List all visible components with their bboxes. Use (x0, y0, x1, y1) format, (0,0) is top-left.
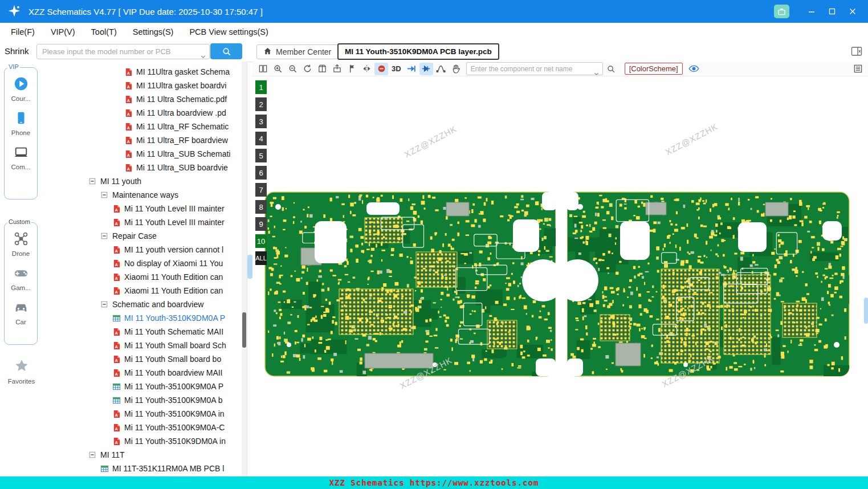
layer-button-1[interactable]: 1 (255, 80, 267, 94)
tree-item[interactable]: AMi 11 Ultra_RF Schematic (43, 120, 247, 133)
tree-item[interactable]: AMi 11 Youth-35100K9M0A in (43, 407, 247, 421)
layer-button-2[interactable]: 2 (255, 97, 267, 111)
layer-button-10[interactable]: 10 (255, 234, 267, 248)
net-highlight-button[interactable] (419, 63, 433, 75)
tree-item[interactable]: Schematic and boardview (43, 298, 247, 311)
license-button[interactable] (774, 5, 789, 18)
panel-splitter-handle[interactable] (247, 255, 252, 279)
pcb-board[interactable] (567, 192, 868, 381)
collapse-icon[interactable] (100, 300, 109, 309)
tree-item[interactable]: AMi 11 Youth boardview MAII (43, 366, 247, 380)
shrink-button[interactable]: Shrink (5, 46, 29, 56)
tree-item[interactable]: AMI 11Ultra gasket boardvi (43, 79, 247, 92)
menu-item-3[interactable]: Tool(T) (83, 23, 125, 42)
menu-item-5[interactable]: PCB View settings(S) (181, 23, 276, 42)
search-button[interactable] (210, 43, 242, 59)
net-search-icon[interactable] (606, 64, 616, 74)
flip-horizontal-button[interactable] (360, 63, 373, 75)
tree-item[interactable]: AMi 11 Youth Level III mainter (43, 202, 247, 215)
collapse-icon[interactable] (88, 177, 97, 186)
color-scheme-button[interactable]: [ColorScheme] (625, 63, 683, 75)
minimize-button[interactable] (803, 3, 820, 20)
zoom-out-button[interactable] (286, 63, 299, 75)
tree-item[interactable]: AMi 11 Youth-35100K9M0A-C (43, 421, 247, 434)
tree-item-label: No display of Xiaomi 11 You (124, 259, 223, 268)
tree-item[interactable]: ANo display of Xiaomi 11 You (43, 256, 247, 270)
layer-button-all[interactable]: ALL (255, 251, 267, 265)
sidebar-item-drone[interactable]: Drone (5, 231, 37, 257)
sidebar-item-gamepad[interactable]: Gam... (5, 266, 37, 291)
maximize-button[interactable] (824, 3, 841, 20)
collapse-icon[interactable] (100, 231, 109, 241)
3d-button[interactable]: 3D (389, 63, 404, 75)
member-center-button[interactable]: Member Center (256, 44, 338, 59)
tree-item[interactable]: AMi 11 Ultra_RF boardview (43, 133, 247, 147)
tree-item-label: Mi 11 Ultra_RF boardview (136, 136, 228, 145)
collapse-icon[interactable] (88, 450, 97, 459)
tree-item[interactable]: AMi 11 Ultra boardview .pd (43, 106, 247, 120)
pan-hand-button[interactable] (449, 63, 463, 75)
tree-item[interactable]: Maintenance ways (43, 188, 247, 202)
tree-item[interactable]: MI 11T-351K11RM0A MB PCB l (43, 462, 247, 475)
tree-item[interactable]: Repair Case (43, 229, 247, 243)
probe-button[interactable] (345, 63, 358, 75)
sidebar-item-car[interactable]: Car (5, 300, 37, 325)
net-search-input[interactable] (470, 63, 589, 74)
pcb-canvas[interactable]: XZZ@XZZHKXZZ@XZZHKXZZ@XZZHKXZZ@XZZHK (252, 77, 868, 476)
tree-scrollbar[interactable] (242, 62, 247, 476)
tree-item[interactable]: AMI 11 youth version cannot l (43, 243, 247, 256)
tree-item[interactable]: AMi 11 Youth Level III mainter (43, 215, 247, 229)
layer-button-3[interactable]: 3 (255, 115, 267, 128)
tree-item[interactable]: AMi 11 Youth Small board bo (43, 352, 247, 366)
menu-item-4[interactable]: Settings(S) (125, 23, 182, 42)
svg-text:A: A (115, 221, 118, 225)
pdf-file-icon: A (124, 67, 133, 76)
app-logo-icon (7, 4, 22, 19)
jump-arrow-button[interactable] (405, 63, 418, 75)
tree-item[interactable]: Mi 11 Youth-35100K9M0A P (43, 380, 247, 393)
chevron-down-icon[interactable] (594, 67, 599, 78)
tree-item[interactable]: AXiaomi 11 Youth Edition can (43, 284, 247, 298)
tree-item[interactable]: AMi 11 Ultra Schematic.pdf (43, 92, 247, 106)
tree-item[interactable]: MI 11T (43, 448, 247, 462)
layer-button-7[interactable]: 7 (255, 183, 267, 197)
collapse-icon[interactable] (100, 190, 109, 199)
pcb-tab[interactable]: MI 11 Youth-3510K9DM0A PCB layer.pcb (337, 43, 499, 60)
tree-item[interactable]: MI 11 Youth-3510K9DM0A P (43, 311, 247, 325)
zoom-in-button[interactable] (271, 63, 284, 75)
sidebar-item-computer[interactable]: Com... (5, 145, 37, 170)
tree-item[interactable]: AMi 11 Ultra_SUB Schemati (43, 147, 247, 161)
tree-scrollbar-thumb[interactable] (242, 312, 246, 348)
sidebar-item-favorites[interactable]: Favorites (0, 358, 43, 385)
tree-item[interactable]: AMi 11 Youth-3510K9DM0A in (43, 434, 247, 448)
menu-item-1[interactable]: File(F) (3, 23, 43, 42)
layer-button-6[interactable]: 6 (255, 166, 267, 180)
refresh-button[interactable] (300, 63, 314, 75)
menu-item-2[interactable]: VIP(V) (43, 23, 83, 42)
tree-item[interactable]: AXiaomi 11 Youth Edition can (43, 270, 247, 284)
layer-button-8[interactable]: 8 (255, 200, 267, 214)
visibility-eye-icon[interactable] (688, 65, 699, 72)
package-view-button[interactable] (315, 63, 329, 75)
sidebar-item-phone[interactable]: Phone (5, 111, 37, 136)
export-view-button[interactable] (330, 63, 344, 75)
layers-panel-icon[interactable] (853, 64, 863, 74)
tree-item[interactable]: Mi 11 Youth-35100K9M0A b (43, 393, 247, 407)
right-splitter-handle[interactable] (864, 298, 868, 324)
tree-item[interactable]: AMi 11 Youth Small board Sch (43, 339, 247, 352)
diode-reading-button[interactable] (374, 63, 388, 75)
split-view-button[interactable] (256, 63, 270, 75)
tree-item[interactable]: AMi 11 Ultra_SUB boardvie (43, 161, 247, 174)
model-search-input[interactable] (41, 45, 197, 58)
tree-item[interactable]: MI 11 youth (43, 174, 247, 188)
tree-item[interactable]: AMi 11 Youth Schematic MAII (43, 325, 247, 339)
layer-button-5[interactable]: 5 (255, 149, 267, 162)
curve-measure-button[interactable] (434, 63, 448, 75)
tree-item[interactable]: AMI 11Ultra gasket Schema (43, 65, 247, 79)
chevron-down-icon[interactable] (201, 50, 206, 60)
close-button[interactable] (844, 3, 861, 20)
sidebar-item-play[interactable]: Cour... (5, 76, 37, 102)
layer-button-9[interactable]: 9 (255, 217, 267, 231)
layer-button-4[interactable]: 4 (255, 132, 267, 145)
close-panel-icon[interactable] (851, 46, 862, 59)
